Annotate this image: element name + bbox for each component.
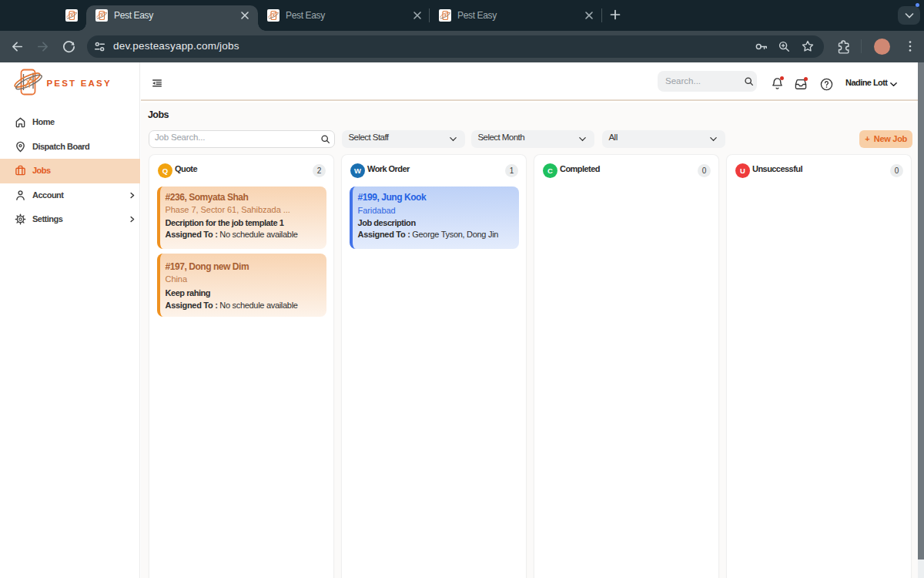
svg-text:PEST EASY: PEST EASY [47,79,112,88]
